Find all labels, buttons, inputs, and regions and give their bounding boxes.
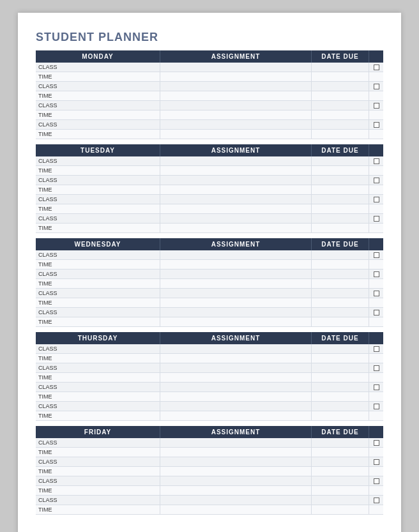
checkbox[interactable] bbox=[374, 65, 379, 70]
class-date-cell[interactable] bbox=[312, 214, 369, 223]
class-date-cell[interactable] bbox=[312, 101, 369, 110]
class-assignment-cell[interactable] bbox=[160, 476, 312, 485]
time-assignment-cell[interactable] bbox=[160, 467, 312, 476]
checkbox[interactable] bbox=[374, 178, 379, 183]
class-date-cell[interactable] bbox=[312, 156, 369, 165]
checkbox[interactable] bbox=[374, 310, 379, 315]
time-date-cell[interactable] bbox=[312, 505, 369, 514]
checkbox[interactable] bbox=[374, 291, 379, 296]
time-assignment-cell[interactable] bbox=[160, 448, 312, 457]
checkbox[interactable] bbox=[374, 498, 379, 503]
time-date-cell[interactable] bbox=[312, 392, 369, 401]
class-date-cell[interactable] bbox=[312, 250, 369, 259]
checkbox[interactable] bbox=[374, 252, 379, 258]
checkbox[interactable] bbox=[374, 384, 379, 390]
checkbox[interactable] bbox=[374, 440, 379, 446]
checkbox[interactable] bbox=[374, 346, 379, 352]
time-assignment-cell[interactable] bbox=[160, 110, 312, 119]
class-date-cell[interactable] bbox=[312, 63, 369, 72]
time-date-cell[interactable] bbox=[312, 130, 369, 139]
time-date-cell[interactable] bbox=[312, 448, 369, 457]
class-checkbox-cell[interactable] bbox=[369, 156, 383, 165]
time-assignment-cell[interactable] bbox=[160, 354, 312, 363]
class-assignment-cell[interactable] bbox=[160, 363, 312, 372]
time-date-cell[interactable] bbox=[312, 411, 369, 420]
class-assignment-cell[interactable] bbox=[160, 383, 312, 391]
class-date-cell[interactable] bbox=[312, 176, 369, 185]
checkbox[interactable] bbox=[374, 197, 379, 202]
checkbox[interactable] bbox=[374, 271, 379, 277]
class-checkbox-cell[interactable] bbox=[369, 120, 383, 129]
class-checkbox-cell[interactable] bbox=[369, 383, 383, 391]
checkbox[interactable] bbox=[374, 478, 379, 484]
class-date-cell[interactable] bbox=[312, 402, 369, 411]
class-assignment-cell[interactable] bbox=[160, 438, 312, 447]
time-assignment-cell[interactable] bbox=[160, 505, 312, 514]
class-checkbox-cell[interactable] bbox=[369, 270, 383, 278]
time-assignment-cell[interactable] bbox=[160, 392, 312, 401]
class-date-cell[interactable] bbox=[312, 496, 369, 505]
time-date-cell[interactable] bbox=[312, 72, 369, 81]
class-assignment-cell[interactable] bbox=[160, 176, 312, 185]
class-checkbox-cell[interactable] bbox=[369, 101, 383, 110]
class-checkbox-cell[interactable] bbox=[369, 402, 383, 411]
time-date-cell[interactable] bbox=[312, 486, 369, 495]
time-assignment-cell[interactable] bbox=[160, 91, 312, 100]
class-date-cell[interactable] bbox=[312, 344, 369, 353]
time-assignment-cell[interactable] bbox=[160, 373, 312, 382]
time-date-cell[interactable] bbox=[312, 185, 369, 194]
class-assignment-cell[interactable] bbox=[160, 402, 312, 411]
class-checkbox-cell[interactable] bbox=[369, 195, 383, 204]
class-assignment-cell[interactable] bbox=[160, 289, 312, 298]
time-assignment-cell[interactable] bbox=[160, 224, 312, 232]
time-date-cell[interactable] bbox=[312, 224, 369, 232]
class-checkbox-cell[interactable] bbox=[369, 476, 383, 485]
class-checkbox-cell[interactable] bbox=[369, 214, 383, 223]
class-assignment-cell[interactable] bbox=[160, 82, 312, 91]
time-assignment-cell[interactable] bbox=[160, 298, 312, 307]
class-date-cell[interactable] bbox=[312, 363, 369, 372]
class-date-cell[interactable] bbox=[312, 457, 369, 466]
class-assignment-cell[interactable] bbox=[160, 496, 312, 505]
class-assignment-cell[interactable] bbox=[160, 156, 312, 165]
class-assignment-cell[interactable] bbox=[160, 308, 312, 317]
time-assignment-cell[interactable] bbox=[160, 204, 312, 213]
checkbox[interactable] bbox=[374, 365, 379, 371]
checkbox[interactable] bbox=[374, 216, 379, 222]
class-assignment-cell[interactable] bbox=[160, 344, 312, 353]
time-date-cell[interactable] bbox=[312, 260, 369, 269]
time-assignment-cell[interactable] bbox=[160, 166, 312, 175]
class-date-cell[interactable] bbox=[312, 270, 369, 278]
time-assignment-cell[interactable] bbox=[160, 317, 312, 326]
time-date-cell[interactable] bbox=[312, 373, 369, 382]
class-checkbox-cell[interactable] bbox=[369, 308, 383, 317]
class-assignment-cell[interactable] bbox=[160, 195, 312, 204]
checkbox[interactable] bbox=[374, 84, 379, 89]
class-date-cell[interactable] bbox=[312, 195, 369, 204]
time-date-cell[interactable] bbox=[312, 91, 369, 100]
class-assignment-cell[interactable] bbox=[160, 250, 312, 259]
class-assignment-cell[interactable] bbox=[160, 270, 312, 278]
class-checkbox-cell[interactable] bbox=[369, 344, 383, 353]
class-assignment-cell[interactable] bbox=[160, 214, 312, 223]
class-checkbox-cell[interactable] bbox=[369, 176, 383, 185]
class-assignment-cell[interactable] bbox=[160, 457, 312, 466]
class-checkbox-cell[interactable] bbox=[369, 289, 383, 298]
class-assignment-cell[interactable] bbox=[160, 120, 312, 129]
time-assignment-cell[interactable] bbox=[160, 72, 312, 81]
time-date-cell[interactable] bbox=[312, 279, 369, 288]
time-date-cell[interactable] bbox=[312, 467, 369, 476]
class-date-cell[interactable] bbox=[312, 289, 369, 298]
checkbox[interactable] bbox=[374, 404, 379, 409]
class-checkbox-cell[interactable] bbox=[369, 82, 383, 91]
class-checkbox-cell[interactable] bbox=[369, 438, 383, 447]
class-date-cell[interactable] bbox=[312, 476, 369, 485]
time-date-cell[interactable] bbox=[312, 204, 369, 213]
class-checkbox-cell[interactable] bbox=[369, 496, 383, 505]
class-date-cell[interactable] bbox=[312, 308, 369, 317]
class-date-cell[interactable] bbox=[312, 82, 369, 91]
class-assignment-cell[interactable] bbox=[160, 101, 312, 110]
time-assignment-cell[interactable] bbox=[160, 185, 312, 194]
time-assignment-cell[interactable] bbox=[160, 486, 312, 495]
checkbox[interactable] bbox=[374, 103, 379, 109]
